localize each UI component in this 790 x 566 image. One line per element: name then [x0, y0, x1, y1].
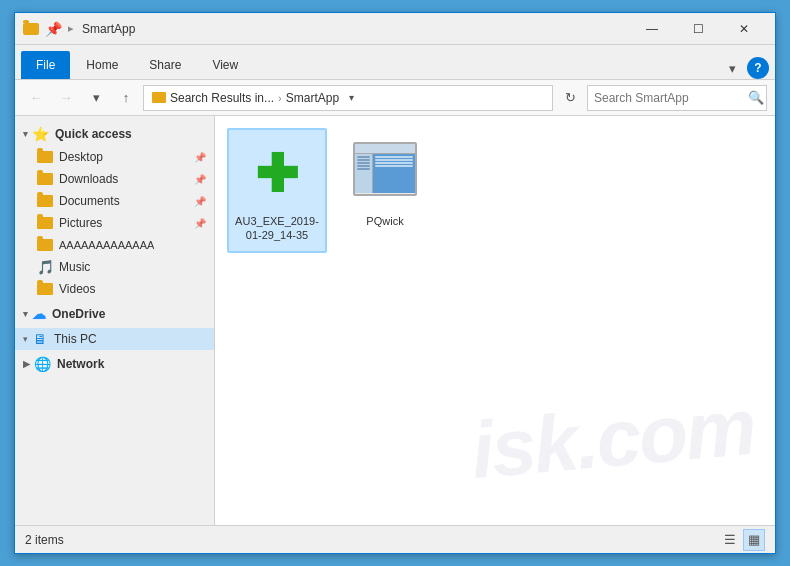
view-toggle-group: ☰ ▦: [719, 529, 765, 551]
up-button[interactable]: ↑: [113, 85, 139, 111]
onedrive-icon: ☁: [32, 306, 46, 322]
minimize-button[interactable]: —: [629, 13, 675, 45]
sidebar-item-pictures[interactable]: Pictures 📌: [15, 212, 214, 234]
address-bar: ← → ▾ ↑ Search Results in... › SmartApp …: [15, 80, 775, 116]
folder-pic-icon: [37, 215, 53, 231]
sidebar-section-thispc: ▾ 🖥 This PC: [15, 328, 214, 350]
sidebar-item-thispc[interactable]: ▾ 🖥 This PC: [15, 328, 214, 350]
pin-icon: 📌: [194, 218, 206, 229]
sidebar: ▾ ⭐ Quick access Desktop 📌 Downloads: [15, 116, 215, 525]
file-item-au3[interactable]: ✚ AU3_EXE_2019-01-29_14-35: [227, 128, 327, 253]
window-title: SmartApp: [82, 22, 629, 36]
back-button[interactable]: ←: [23, 85, 49, 111]
ribbon-collapse-icon[interactable]: ▾: [721, 57, 743, 79]
quick-access-label: Quick access: [55, 127, 132, 141]
quick-access-header[interactable]: ▾ ⭐ Quick access: [15, 122, 214, 146]
onedrive-label: OneDrive: [52, 307, 105, 321]
app-window-icon: [353, 142, 417, 206]
sidebar-item-music[interactable]: 🎵 Music: [15, 256, 214, 278]
path-chevron-icon[interactable]: ▾: [343, 85, 359, 111]
search-icon[interactable]: 🔍: [748, 90, 764, 105]
pin-icon: 📌: [194, 174, 206, 185]
folder-yellow-icon: [37, 237, 53, 253]
titlebar-folder-icon: [23, 23, 39, 35]
help-button[interactable]: ?: [747, 57, 769, 79]
list-view-button[interactable]: ☰: [719, 529, 741, 551]
expand-icon: ▾: [23, 309, 28, 319]
exe-cross-icon: ✚: [245, 142, 309, 206]
network-icon: 🌐: [34, 356, 51, 372]
main-area: ▾ ⭐ Quick access Desktop 📌 Downloads: [15, 116, 775, 525]
refresh-button[interactable]: ↻: [557, 85, 583, 111]
tile-view-button[interactable]: ▦: [743, 529, 765, 551]
search-box[interactable]: 🔍: [587, 85, 767, 111]
close-button[interactable]: ✕: [721, 13, 767, 45]
file-icon-au3: ✚: [237, 138, 317, 210]
network-header[interactable]: ▶ 🌐 Network: [15, 352, 214, 376]
titlebar-icon-group: 📌 ▸: [23, 21, 76, 37]
status-bar: 2 items ☰ ▦: [15, 525, 775, 553]
maximize-button[interactable]: ☐: [675, 13, 721, 45]
file-label-au3: AU3_EXE_2019-01-29_14-35: [233, 214, 321, 243]
tab-home[interactable]: Home: [71, 51, 133, 79]
sidebar-section-network: ▶ 🌐 Network: [15, 352, 214, 376]
forward-button[interactable]: →: [53, 85, 79, 111]
sidebar-section-quick-access: ▾ ⭐ Quick access Desktop 📌 Downloads: [15, 122, 214, 300]
tab-share[interactable]: Share: [134, 51, 196, 79]
expand-icon: ▶: [23, 359, 30, 369]
network-label: Network: [57, 357, 104, 371]
sidebar-item-aaa[interactable]: AAAAAAAAAAAAA: [15, 234, 214, 256]
pin-icon: 📌: [194, 152, 206, 163]
pc-icon: 🖥: [32, 331, 48, 347]
tab-file[interactable]: File: [21, 51, 70, 79]
folder-music-icon: 🎵: [37, 259, 53, 275]
file-grid: ✚ AU3_EXE_2019-01-29_14-35: [227, 128, 763, 513]
sidebar-item-documents[interactable]: Documents 📌: [15, 190, 214, 212]
sidebar-item-downloads[interactable]: Downloads 📌: [15, 168, 214, 190]
ribbon-right-controls: ▾ ?: [721, 57, 769, 79]
ribbon: File Home Share View ▾ ?: [15, 45, 775, 80]
titlebar-arrow-icon: ▸: [68, 22, 74, 35]
path-current: SmartApp: [286, 91, 339, 105]
pin-icon: 📌: [194, 196, 206, 207]
folder-video-icon: [37, 281, 53, 297]
onedrive-header[interactable]: ▾ ☁ OneDrive: [15, 302, 214, 326]
search-input[interactable]: [594, 91, 744, 105]
folder-icon: [37, 149, 53, 165]
recent-paths-button[interactable]: ▾: [83, 85, 109, 111]
explorer-window: 📌 ▸ SmartApp — ☐ ✕ File Home Share View: [14, 12, 776, 554]
sidebar-section-onedrive: ▾ ☁ OneDrive: [15, 302, 214, 326]
path-prefix: Search Results in...: [170, 91, 274, 105]
folder-download-icon: [37, 171, 53, 187]
expand-icon: ▾: [23, 334, 28, 344]
item-count-label: 2 items: [25, 533, 719, 547]
file-icon-pqwick: [345, 138, 425, 210]
titlebar-pin-icon: 📌: [45, 21, 62, 37]
path-folder-icon: [152, 92, 166, 103]
sidebar-item-videos[interactable]: Videos: [15, 278, 214, 300]
ribbon-tab-bar: File Home Share View ▾ ?: [15, 45, 775, 79]
folder-doc-icon: [37, 193, 53, 209]
tab-view[interactable]: View: [197, 51, 253, 79]
expand-icon: ▾: [23, 129, 28, 139]
titlebar: 📌 ▸ SmartApp — ☐ ✕: [15, 13, 775, 45]
file-item-pqwick[interactable]: PQwick: [335, 128, 435, 253]
titlebar-buttons: — ☐ ✕: [629, 13, 767, 45]
content-area: isk.com ✚ AU3_EXE_2019-01-29_14-35: [215, 116, 775, 525]
file-label-pqwick: PQwick: [366, 214, 403, 228]
sidebar-item-desktop[interactable]: Desktop 📌: [15, 146, 214, 168]
path-separator: ›: [278, 92, 282, 104]
address-path-bar[interactable]: Search Results in... › SmartApp ▾: [143, 85, 553, 111]
star-icon: ⭐: [32, 126, 49, 142]
